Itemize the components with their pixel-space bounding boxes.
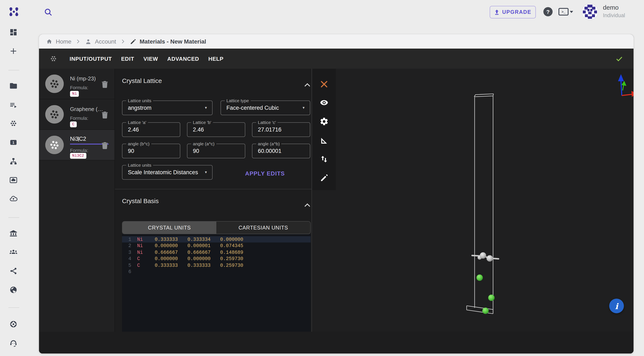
atom-c [476, 275, 494, 314]
user-plan: Individual [603, 12, 625, 18]
basis-code-editor[interactable]: 1Ni0.3333330.3333340.000000 2Ni0.0000000… [122, 234, 311, 332]
material-list-item[interactable]: Graphene (… Formula: C [39, 99, 114, 130]
formula-label: Formula: [70, 148, 88, 153]
sidebar-item-public-web[interactable] [9, 286, 18, 294]
visibility-eye-icon[interactable] [320, 98, 329, 107]
svg-text:1: 1 [12, 141, 14, 145]
material-list-item-selected[interactable]: Ni3C2 Formula: Ni3C2 [39, 130, 114, 161]
sidebar-item-workflows[interactable] [9, 157, 18, 166]
field-label: angle (a^b) [256, 141, 281, 147]
field-label: Lattice 'c' [256, 120, 278, 125]
chevron-down-icon: ▼ [204, 171, 208, 174]
material-list-item[interactable]: Ni (mp-23) Formula: Ni [39, 69, 114, 99]
menu-view[interactable]: VIEW [139, 52, 163, 65]
app-root: 1 [0, 0, 644, 356]
field-value: Scale Interatomic Distances [128, 169, 198, 176]
help-icon[interactable]: ? [544, 7, 552, 16]
card-content: Ni (mp-23) Formula: Ni Graphene (… Formu… [39, 69, 634, 332]
delete-material-icon[interactable] [102, 111, 108, 119]
material-thumbnail-icon [45, 136, 64, 154]
chevron-right-icon [75, 38, 81, 44]
sidebar-item-dashboard[interactable] [9, 28, 18, 36]
sidebar-item-entities[interactable]: 1 [9, 138, 18, 147]
lattice-units-select[interactable]: Lattice units angstrom ▼ [122, 101, 212, 115]
lattice-type-select[interactable]: Lattice type Face-centered Cubic ▼ [220, 101, 310, 115]
basis-row: 4C0.0000000.0000000.259730 [122, 255, 311, 262]
breadcrumb-account[interactable]: Account [85, 38, 116, 45]
settings-gear-icon[interactable] [320, 117, 329, 126]
field-label: Lattice units [126, 98, 153, 103]
menu-help[interactable]: HELP [204, 52, 228, 65]
sidebar-item-jobs[interactable] [9, 101, 18, 109]
sidebar-item-projects[interactable] [9, 82, 18, 90]
basis-row: 3Ni0.6666670.6666670.148689 [122, 249, 311, 256]
upload-arrow-icon [494, 9, 499, 15]
structure-viewer[interactable]: i [312, 69, 634, 332]
sidebar-item-organization[interactable] [9, 229, 18, 237]
material-name: Graphene (… [70, 106, 103, 112]
upgrade-button[interactable]: UPGRADE [490, 6, 536, 18]
apply-edits-button[interactable]: APPLY EDITS [239, 169, 291, 178]
info-button[interactable]: i [609, 299, 624, 313]
tab-cartesian-units[interactable]: CARTESIAN UNITS [216, 221, 310, 234]
basis-row: 2Ni0.0000000.0000010.074345 [122, 243, 311, 249]
sidebar-item-cloud-uploads[interactable] [9, 195, 18, 203]
material-name-input[interactable]: Ni3C2 [70, 136, 86, 142]
person-icon [85, 38, 92, 45]
chevron-down-icon: ▼ [302, 106, 305, 110]
chevron-right-icon [120, 38, 126, 44]
sidebar-item-teams[interactable] [9, 248, 18, 256]
field-label: angle (b^c) [126, 141, 151, 147]
breadcrumb: Home Account Materials - New Material [39, 34, 634, 49]
menu-items: INPUT/OUTPUT EDIT VIEW ADVANCED HELP [65, 52, 228, 65]
breadcrumb-home[interactable]: Home [46, 38, 72, 45]
sidebar-item-materials[interactable] [9, 119, 18, 128]
tab-crystal-units[interactable]: CRYSTAL UNITS [122, 221, 216, 234]
pencil-icon [130, 38, 137, 45]
breadcrumb-current: Materials - New Material [130, 38, 206, 45]
chevron-down-icon [570, 11, 573, 13]
measure-ruler-icon[interactable] [320, 136, 329, 145]
angle-ab-input[interactable]: angle (a^b) 60.00001 [252, 144, 310, 158]
scale-units-select[interactable]: Lattice units Scale Interatomic Distance… [122, 165, 212, 180]
crystal-basis-title: Crystal Basis [122, 197, 159, 204]
sidebar-item-sharing[interactable] [9, 267, 18, 275]
menu-edit[interactable]: EDIT [116, 52, 139, 65]
swap-vertical-icon[interactable] [320, 155, 329, 164]
sidebar-item-community[interactable] [9, 320, 18, 328]
close-icon[interactable] [320, 80, 329, 89]
field-value: angstrom [128, 105, 152, 111]
material-dots-icon [50, 55, 58, 63]
lattice-c-input[interactable]: Lattice 'c' 27.01716 [252, 122, 310, 137]
menu-input-output[interactable]: INPUT/OUTPUT [65, 52, 116, 65]
angle-bc-input[interactable]: angle (b^c) 90 [122, 144, 180, 158]
delete-material-icon[interactable] [102, 80, 108, 88]
rail-divider [8, 217, 19, 218]
delete-material-icon[interactable] [102, 142, 108, 150]
angle-ac-input[interactable]: angle (a^c) 90 [187, 144, 245, 158]
field-label: Lattice 'a' [126, 120, 148, 125]
lattice-b-input[interactable]: Lattice 'b' 2.46 [187, 122, 245, 137]
field-label: angle (a^c) [191, 141, 216, 147]
rail-divider [8, 70, 19, 70]
viewer-canvas[interactable] [312, 69, 634, 332]
edit-pencil-icon[interactable] [320, 174, 329, 182]
sidebar-item-create-new[interactable] [9, 47, 18, 55]
console-menu-button[interactable]: >_ [558, 7, 574, 16]
formula-chip: Ni3C2 [70, 153, 86, 159]
collapse-section-icon[interactable] [304, 81, 310, 85]
user-avatar[interactable] [582, 4, 598, 20]
sidebar-item-support[interactable] [9, 339, 18, 347]
brand-logo-icon[interactable] [8, 7, 19, 17]
section-divider [115, 189, 312, 189]
lattice-a-input[interactable]: Lattice 'a' 2.46 [122, 122, 180, 137]
collapse-section-icon[interactable] [304, 201, 310, 205]
sidebar-item-media[interactable] [9, 176, 18, 184]
field-value: 60.00001 [258, 148, 282, 154]
menu-advanced[interactable]: ADVANCED [163, 52, 204, 65]
field-value: 2.46 [193, 127, 204, 133]
saved-check-icon[interactable] [615, 54, 624, 63]
field-value: 27.01716 [258, 127, 282, 133]
material-edit-panel: Crystal Lattice Lattice units angstrom ▼… [115, 69, 312, 332]
search-icon[interactable] [44, 7, 53, 17]
